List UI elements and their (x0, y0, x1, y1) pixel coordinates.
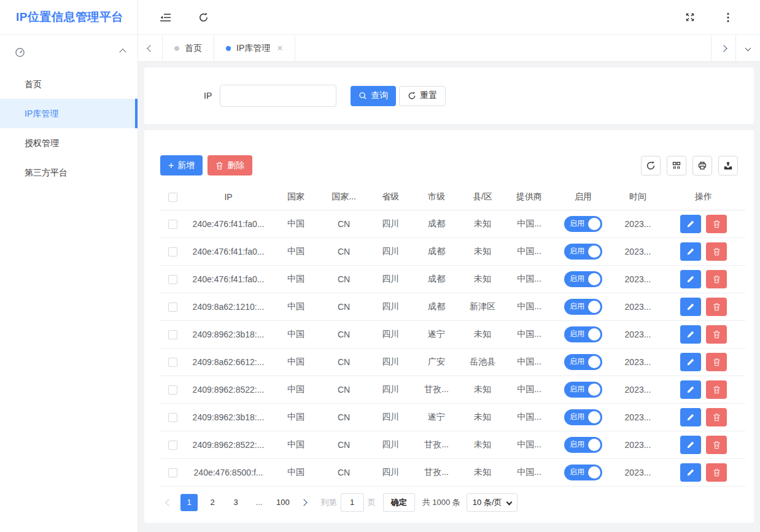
goto-page-input[interactable] (341, 493, 364, 512)
row-delete-button[interactable] (706, 215, 727, 233)
toggle-knob (588, 411, 600, 423)
reset-icon (408, 91, 416, 100)
row-checkbox[interactable] (168, 275, 177, 284)
toggle-knob (588, 273, 600, 285)
row-delete-button[interactable] (706, 270, 727, 288)
query-button[interactable]: 查询 (351, 86, 396, 106)
sidebar-item[interactable]: IP库管理 (0, 99, 138, 128)
page-number[interactable]: 100 (274, 494, 292, 511)
row-edit-button[interactable] (680, 353, 701, 371)
tab[interactable]: 首页 (163, 35, 214, 61)
ip-search-input[interactable] (220, 85, 336, 107)
sidebar-group-header[interactable] (0, 35, 138, 69)
enable-toggle[interactable]: 启用 (564, 244, 602, 260)
ip-field-label: IP (204, 91, 212, 101)
total-count: 共 1000 条 (422, 497, 460, 508)
sidebar-item-label: 第三方平台 (25, 168, 68, 177)
row-delete-button[interactable] (706, 298, 727, 316)
row-checkbox[interactable] (168, 303, 177, 312)
row-edit-button[interactable] (680, 215, 701, 233)
row-delete-button[interactable] (706, 242, 727, 261)
row-edit-button[interactable] (680, 325, 701, 344)
row-delete-button[interactable] (706, 325, 727, 344)
enable-toggle[interactable]: 启用 (564, 382, 602, 398)
row-checkbox[interactable] (168, 358, 177, 367)
row-edit-button[interactable] (680, 242, 701, 261)
row-checkbox[interactable] (168, 468, 177, 477)
page-size-select[interactable]: 10 条/页 (467, 493, 518, 512)
enable-toggle[interactable]: 启用 (564, 271, 602, 287)
enable-toggle[interactable]: 启用 (564, 299, 602, 315)
table-row: 2409:8962:8522:...中国CN 四川甘孜...未知中国... 启用… (160, 431, 745, 458)
tabs-scroll-right-button[interactable] (711, 35, 735, 61)
table-refresh-button[interactable] (641, 156, 661, 175)
enable-toggle[interactable]: 启用 (564, 437, 602, 453)
row-delete-button[interactable] (706, 463, 727, 482)
page-number[interactable]: 1 (180, 494, 198, 511)
table-row: 2409:8a62:6612:...中国CN 四川广安岳池县中国... 启用 2… (160, 348, 745, 376)
enable-toggle[interactable]: 启用 (564, 216, 602, 232)
enable-toggle[interactable]: 启用 (564, 354, 602, 370)
row-checkbox[interactable] (168, 441, 177, 450)
row-edit-button[interactable] (680, 298, 701, 316)
row-edit-button[interactable] (680, 380, 701, 399)
collapse-menu-icon[interactable] (158, 10, 173, 25)
tabs-scroll-left-button[interactable] (138, 35, 163, 61)
row-delete-button[interactable] (706, 353, 727, 371)
more-menu-icon[interactable] (721, 10, 735, 25)
select-all-checkbox[interactable] (168, 193, 177, 202)
trash-icon (713, 441, 721, 449)
sidebar-item[interactable]: 授权管理 (0, 128, 138, 158)
trash-icon (713, 247, 721, 256)
page-number[interactable]: 3 (227, 494, 244, 511)
sidebar-item[interactable]: 首页 (0, 69, 138, 99)
refresh-icon (646, 161, 656, 171)
row-edit-button[interactable] (680, 436, 701, 454)
edit-icon (686, 413, 695, 422)
column-filter-button[interactable] (667, 156, 686, 175)
row-delete-button[interactable] (706, 380, 727, 399)
next-page-button[interactable] (295, 494, 312, 511)
enable-toggle[interactable]: 启用 (564, 465, 602, 480)
table-row: 240e:476:f41:fa0...中国CN 四川成都未知中国... 启用 2… (160, 237, 745, 265)
app-logo: IP位置信息管理平台 (0, 0, 138, 35)
tab[interactable]: IP库管理× (214, 35, 295, 61)
trash-icon (713, 303, 721, 311)
delete-button[interactable]: 删除 (207, 155, 252, 175)
tab-close-icon[interactable]: × (277, 44, 282, 53)
row-delete-button[interactable] (706, 436, 727, 454)
toggle-label: 启用 (570, 329, 584, 339)
confirm-page-button[interactable]: 确定 (383, 493, 415, 512)
toggle-knob (588, 328, 600, 341)
prev-page-button[interactable] (160, 494, 177, 511)
row-edit-button[interactable] (680, 270, 701, 288)
add-button[interactable]: + 新增 (160, 155, 203, 175)
tabs-menu-button[interactable] (735, 35, 760, 61)
trash-icon (713, 468, 721, 477)
toggle-knob (588, 439, 600, 451)
print-button[interactable] (692, 156, 712, 175)
data-table: IP 国家 国家... 省级 市级 县/区 提供商 启用 时间 操作 240e:… (160, 184, 745, 487)
refresh-icon[interactable] (196, 10, 211, 25)
row-edit-button[interactable] (680, 408, 701, 426)
row-checkbox[interactable] (168, 220, 177, 229)
toggle-label: 启用 (570, 384, 584, 395)
enable-toggle[interactable]: 启用 (564, 409, 602, 425)
reset-button[interactable]: 重置 (399, 86, 446, 106)
row-edit-button[interactable] (680, 463, 701, 482)
fullscreen-icon[interactable] (683, 10, 697, 25)
export-button[interactable] (718, 156, 738, 175)
edit-icon (686, 275, 695, 283)
row-checkbox[interactable] (168, 247, 177, 256)
page-number[interactable]: 2 (204, 494, 221, 511)
row-checkbox[interactable] (168, 413, 177, 422)
enable-toggle[interactable]: 启用 (564, 326, 602, 342)
toggle-label: 启用 (570, 439, 584, 450)
sidebar-item-label: 授权管理 (25, 138, 59, 148)
row-delete-button[interactable] (706, 408, 727, 426)
sidebar-item[interactable]: 第三方平台 (0, 158, 138, 187)
tab-dot-icon (226, 46, 231, 51)
toggle-knob (588, 466, 600, 479)
row-checkbox[interactable] (168, 385, 177, 395)
row-checkbox[interactable] (168, 330, 177, 339)
